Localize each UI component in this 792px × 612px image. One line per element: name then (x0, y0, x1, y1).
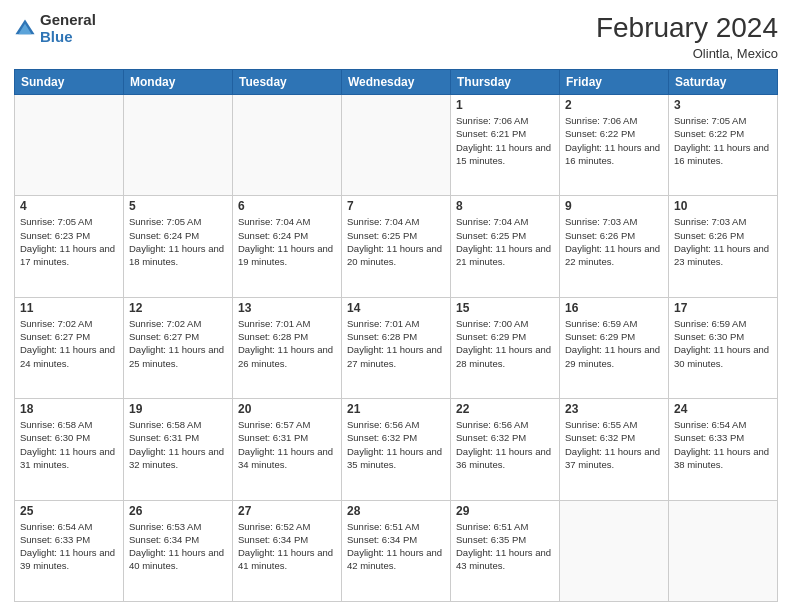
calendar-header-monday: Monday (124, 70, 233, 95)
calendar-cell: 19Sunrise: 6:58 AMSunset: 6:31 PMDayligh… (124, 399, 233, 500)
calendar-cell: 24Sunrise: 6:54 AMSunset: 6:33 PMDayligh… (669, 399, 778, 500)
calendar-week-row: 25Sunrise: 6:54 AMSunset: 6:33 PMDayligh… (15, 500, 778, 601)
day-info: Sunrise: 7:01 AMSunset: 6:28 PMDaylight:… (347, 317, 445, 370)
calendar-cell: 14Sunrise: 7:01 AMSunset: 6:28 PMDayligh… (342, 297, 451, 398)
day-info: Sunrise: 6:55 AMSunset: 6:32 PMDaylight:… (565, 418, 663, 471)
day-info: Sunrise: 7:02 AMSunset: 6:27 PMDaylight:… (20, 317, 118, 370)
calendar-cell: 5Sunrise: 7:05 AMSunset: 6:24 PMDaylight… (124, 196, 233, 297)
day-number: 13 (238, 301, 336, 315)
calendar-week-row: 18Sunrise: 6:58 AMSunset: 6:30 PMDayligh… (15, 399, 778, 500)
day-info: Sunrise: 7:02 AMSunset: 6:27 PMDaylight:… (129, 317, 227, 370)
calendar-cell: 4Sunrise: 7:05 AMSunset: 6:23 PMDaylight… (15, 196, 124, 297)
day-number: 2 (565, 98, 663, 112)
logo-blue-label: Blue (40, 29, 96, 46)
calendar-cell: 28Sunrise: 6:51 AMSunset: 6:34 PMDayligh… (342, 500, 451, 601)
day-number: 16 (565, 301, 663, 315)
day-info: Sunrise: 6:51 AMSunset: 6:34 PMDaylight:… (347, 520, 445, 573)
calendar-cell: 8Sunrise: 7:04 AMSunset: 6:25 PMDaylight… (451, 196, 560, 297)
day-number: 28 (347, 504, 445, 518)
day-info: Sunrise: 7:06 AMSunset: 6:21 PMDaylight:… (456, 114, 554, 167)
calendar-cell (342, 95, 451, 196)
day-number: 4 (20, 199, 118, 213)
day-number: 23 (565, 402, 663, 416)
day-info: Sunrise: 6:57 AMSunset: 6:31 PMDaylight:… (238, 418, 336, 471)
day-info: Sunrise: 7:04 AMSunset: 6:25 PMDaylight:… (456, 215, 554, 268)
calendar-cell: 13Sunrise: 7:01 AMSunset: 6:28 PMDayligh… (233, 297, 342, 398)
day-info: Sunrise: 7:05 AMSunset: 6:24 PMDaylight:… (129, 215, 227, 268)
calendar-cell: 16Sunrise: 6:59 AMSunset: 6:29 PMDayligh… (560, 297, 669, 398)
calendar-cell: 23Sunrise: 6:55 AMSunset: 6:32 PMDayligh… (560, 399, 669, 500)
calendar-cell (560, 500, 669, 601)
day-number: 27 (238, 504, 336, 518)
day-info: Sunrise: 7:06 AMSunset: 6:22 PMDaylight:… (565, 114, 663, 167)
day-number: 19 (129, 402, 227, 416)
logo-icon (14, 18, 36, 40)
day-number: 1 (456, 98, 554, 112)
day-info: Sunrise: 7:04 AMSunset: 6:25 PMDaylight:… (347, 215, 445, 268)
day-info: Sunrise: 6:58 AMSunset: 6:31 PMDaylight:… (129, 418, 227, 471)
title-section: February 2024 Olintla, Mexico (596, 12, 778, 61)
logo-text: General Blue (40, 12, 96, 45)
day-number: 9 (565, 199, 663, 213)
calendar-week-row: 11Sunrise: 7:02 AMSunset: 6:27 PMDayligh… (15, 297, 778, 398)
month-year: February 2024 (596, 12, 778, 44)
day-number: 26 (129, 504, 227, 518)
day-info: Sunrise: 7:00 AMSunset: 6:29 PMDaylight:… (456, 317, 554, 370)
day-info: Sunrise: 6:58 AMSunset: 6:30 PMDaylight:… (20, 418, 118, 471)
calendar-header-row: SundayMondayTuesdayWednesdayThursdayFrid… (15, 70, 778, 95)
calendar-cell: 17Sunrise: 6:59 AMSunset: 6:30 PMDayligh… (669, 297, 778, 398)
day-info: Sunrise: 6:59 AMSunset: 6:29 PMDaylight:… (565, 317, 663, 370)
calendar-cell: 1Sunrise: 7:06 AMSunset: 6:21 PMDaylight… (451, 95, 560, 196)
calendar-cell: 2Sunrise: 7:06 AMSunset: 6:22 PMDaylight… (560, 95, 669, 196)
calendar-cell: 25Sunrise: 6:54 AMSunset: 6:33 PMDayligh… (15, 500, 124, 601)
calendar-cell: 7Sunrise: 7:04 AMSunset: 6:25 PMDaylight… (342, 196, 451, 297)
day-info: Sunrise: 7:03 AMSunset: 6:26 PMDaylight:… (674, 215, 772, 268)
day-number: 14 (347, 301, 445, 315)
calendar-header-wednesday: Wednesday (342, 70, 451, 95)
calendar-cell: 21Sunrise: 6:56 AMSunset: 6:32 PMDayligh… (342, 399, 451, 500)
calendar-cell: 12Sunrise: 7:02 AMSunset: 6:27 PMDayligh… (124, 297, 233, 398)
location: Olintla, Mexico (596, 46, 778, 61)
calendar-cell: 18Sunrise: 6:58 AMSunset: 6:30 PMDayligh… (15, 399, 124, 500)
calendar-cell: 27Sunrise: 6:52 AMSunset: 6:34 PMDayligh… (233, 500, 342, 601)
day-number: 15 (456, 301, 554, 315)
day-number: 5 (129, 199, 227, 213)
calendar-cell: 10Sunrise: 7:03 AMSunset: 6:26 PMDayligh… (669, 196, 778, 297)
day-info: Sunrise: 6:54 AMSunset: 6:33 PMDaylight:… (674, 418, 772, 471)
day-info: Sunrise: 7:04 AMSunset: 6:24 PMDaylight:… (238, 215, 336, 268)
calendar-cell: 3Sunrise: 7:05 AMSunset: 6:22 PMDaylight… (669, 95, 778, 196)
day-number: 8 (456, 199, 554, 213)
calendar-header-tuesday: Tuesday (233, 70, 342, 95)
day-number: 20 (238, 402, 336, 416)
day-number: 29 (456, 504, 554, 518)
day-number: 6 (238, 199, 336, 213)
day-info: Sunrise: 6:53 AMSunset: 6:34 PMDaylight:… (129, 520, 227, 573)
day-number: 21 (347, 402, 445, 416)
calendar-header-thursday: Thursday (451, 70, 560, 95)
day-number: 25 (20, 504, 118, 518)
day-info: Sunrise: 6:51 AMSunset: 6:35 PMDaylight:… (456, 520, 554, 573)
day-info: Sunrise: 6:56 AMSunset: 6:32 PMDaylight:… (456, 418, 554, 471)
logo-general-label: General (40, 12, 96, 29)
header: General Blue February 2024 Olintla, Mexi… (14, 12, 778, 61)
calendar-cell: 26Sunrise: 6:53 AMSunset: 6:34 PMDayligh… (124, 500, 233, 601)
day-number: 7 (347, 199, 445, 213)
calendar-header-sunday: Sunday (15, 70, 124, 95)
day-info: Sunrise: 7:05 AMSunset: 6:23 PMDaylight:… (20, 215, 118, 268)
day-info: Sunrise: 7:05 AMSunset: 6:22 PMDaylight:… (674, 114, 772, 167)
day-info: Sunrise: 6:56 AMSunset: 6:32 PMDaylight:… (347, 418, 445, 471)
calendar-cell: 6Sunrise: 7:04 AMSunset: 6:24 PMDaylight… (233, 196, 342, 297)
calendar-cell: 11Sunrise: 7:02 AMSunset: 6:27 PMDayligh… (15, 297, 124, 398)
calendar-cell: 15Sunrise: 7:00 AMSunset: 6:29 PMDayligh… (451, 297, 560, 398)
calendar-cell (124, 95, 233, 196)
calendar-week-row: 1Sunrise: 7:06 AMSunset: 6:21 PMDaylight… (15, 95, 778, 196)
day-info: Sunrise: 6:54 AMSunset: 6:33 PMDaylight:… (20, 520, 118, 573)
day-number: 22 (456, 402, 554, 416)
calendar-header-saturday: Saturday (669, 70, 778, 95)
day-info: Sunrise: 7:03 AMSunset: 6:26 PMDaylight:… (565, 215, 663, 268)
day-number: 3 (674, 98, 772, 112)
calendar-cell (669, 500, 778, 601)
calendar-cell: 9Sunrise: 7:03 AMSunset: 6:26 PMDaylight… (560, 196, 669, 297)
calendar-week-row: 4Sunrise: 7:05 AMSunset: 6:23 PMDaylight… (15, 196, 778, 297)
calendar-header-friday: Friday (560, 70, 669, 95)
